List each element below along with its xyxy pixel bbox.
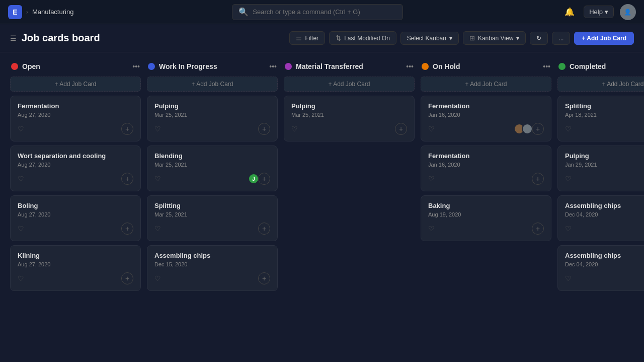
heart-icon[interactable]: ♡ <box>18 125 24 133</box>
table-row[interactable]: BlendingMar 25, 2021♡J+ <box>147 146 278 191</box>
search-bar[interactable]: 🔍 <box>232 4 403 20</box>
add-assignee-button[interactable]: + <box>258 123 270 135</box>
bell-icon[interactable]: 🔔 <box>561 4 578 20</box>
card-footer: ♡+ <box>18 173 133 185</box>
app-icon[interactable]: E <box>8 5 22 19</box>
page-header: ☰ Job cards board ⚌ Filter ⇅ Last Modifi… <box>0 24 644 52</box>
refresh-button[interactable]: ↻ <box>530 32 548 45</box>
breadcrumb[interactable]: Manufacturing <box>32 8 73 16</box>
heart-icon[interactable]: ♡ <box>154 175 161 183</box>
menu-icon[interactable]: ☰ <box>10 34 17 42</box>
avatar: J <box>248 173 259 184</box>
card-title: Pulping <box>291 102 407 110</box>
avatar <box>522 123 533 134</box>
heart-icon[interactable]: ♡ <box>565 225 572 233</box>
topnav-left: E › Manufacturing <box>8 5 73 19</box>
heart-icon[interactable]: ♡ <box>18 225 24 233</box>
card-date: Jan 29, 2021 <box>565 162 644 168</box>
kanban-view-button[interactable]: ⊞ Kanban View ▾ <box>463 31 526 45</box>
heart-icon[interactable]: ♡ <box>18 274 24 282</box>
heart-icon[interactable]: ♡ <box>154 125 161 133</box>
table-row[interactable]: FermentationAug 27, 2020♡+ <box>10 96 141 141</box>
add-card-button-wip[interactable]: + Add Job Card <box>147 77 278 92</box>
card-title: Pulping <box>565 152 644 160</box>
search-input[interactable] <box>253 8 396 16</box>
chevron-down-icon: ▾ <box>449 35 452 42</box>
card-date: Aug 19, 2020 <box>428 211 544 218</box>
table-row[interactable]: Assembling chipsDec 04, 2020♡+ <box>557 245 644 291</box>
heart-icon[interactable]: ♡ <box>154 274 161 282</box>
table-row[interactable]: Assembling chipsDec 15, 2020♡+ <box>147 245 278 291</box>
avatar[interactable]: 👤 <box>620 4 636 20</box>
add-assignee-button[interactable]: + <box>258 173 270 185</box>
column-title-wip: Work In Progress <box>159 62 217 70</box>
add-assignee-button[interactable]: + <box>121 223 133 235</box>
table-row[interactable]: FermentationJan 16, 2020♡+ <box>421 146 551 191</box>
card-date: Mar 25, 2021 <box>154 162 270 168</box>
add-card-button-onhold[interactable]: + Add Job Card <box>421 77 551 92</box>
card-date: Apr 18, 2021 <box>565 112 644 118</box>
card-date: Aug 27, 2020 <box>18 112 133 118</box>
more-button[interactable]: ... <box>552 32 570 45</box>
view-icon: ⊞ <box>469 34 475 42</box>
table-row[interactable]: PulpingMar 25, 2021♡+ <box>147 96 278 141</box>
heart-icon[interactable]: ♡ <box>565 125 572 133</box>
card-title: Assembling chips <box>565 252 644 259</box>
add-assignee-button[interactable]: + <box>532 123 544 135</box>
card-date: Aug 27, 2020 <box>18 211 133 218</box>
heart-icon[interactable]: ♡ <box>18 175 24 183</box>
column-onhold: On Hold•••+ Add Job CardFermentationJan … <box>421 60 551 354</box>
add-assignee-button[interactable]: + <box>532 223 544 235</box>
add-assignee-button[interactable]: + <box>258 223 270 235</box>
card-title: Blending <box>154 152 270 160</box>
heart-icon[interactable]: ♡ <box>428 125 435 133</box>
status-dot-material <box>285 63 292 70</box>
heart-icon[interactable]: ♡ <box>428 225 435 233</box>
add-assignee-button[interactable]: + <box>121 272 133 284</box>
column-header-wip: Work In Progress••• <box>147 60 278 73</box>
table-row[interactable]: PulpingJan 29, 2021♡+ <box>557 146 644 191</box>
card-footer: ♡+ <box>428 173 544 185</box>
add-assignee-button[interactable]: + <box>532 173 544 185</box>
add-assignee-button[interactable]: + <box>395 123 407 135</box>
card-date: Dec 04, 2020 <box>565 261 644 267</box>
add-card-button-completed[interactable]: + Add Job Card <box>557 77 644 92</box>
sort-button[interactable]: ⇅ Last Modified On <box>329 31 396 45</box>
add-card-button-material[interactable]: + Add Job Card <box>284 77 415 92</box>
card-footer: ♡+ <box>291 123 407 135</box>
table-row[interactable]: BolingAug 27, 2020♡+ <box>10 195 141 241</box>
heart-icon[interactable]: ♡ <box>291 125 298 133</box>
column-menu-wip[interactable]: ••• <box>269 62 277 70</box>
card-footer: ♡+ <box>18 272 133 284</box>
card-title: Splitting <box>565 102 644 110</box>
heart-icon[interactable]: ♡ <box>154 225 161 233</box>
card-footer: ♡+ <box>154 272 270 284</box>
table-row[interactable]: Wort separation and coolingAug 27, 2020♡… <box>10 146 141 191</box>
table-row[interactable]: PulpingMar 25, 2021♡+ <box>284 96 415 141</box>
table-row[interactable]: SplittingApr 18, 2021♡+ <box>557 96 644 141</box>
table-row[interactable]: SplittingMar 25, 2021♡+ <box>147 195 278 241</box>
table-row[interactable]: BakingAug 19, 2020♡+ <box>421 195 551 241</box>
kanban-select-button[interactable]: Select Kanban ▾ <box>400 32 459 45</box>
add-assignee-button[interactable]: + <box>121 123 133 135</box>
add-card-button-open[interactable]: + Add Job Card <box>10 77 141 92</box>
heart-icon[interactable]: ♡ <box>565 175 572 183</box>
help-button[interactable]: Help ▾ <box>584 6 614 18</box>
column-menu-onhold[interactable]: ••• <box>543 62 550 70</box>
column-menu-open[interactable]: ••• <box>132 62 140 70</box>
column-menu-material[interactable]: ••• <box>406 62 414 70</box>
filter-icon: ⚌ <box>296 34 302 42</box>
table-row[interactable]: KilningAug 27, 2020♡+ <box>10 245 141 291</box>
table-row[interactable]: FermentationJan 16, 2020♡+ <box>421 96 551 141</box>
add-job-card-button[interactable]: + Add Job Card <box>574 32 634 45</box>
card-footer: ♡+ <box>565 272 644 284</box>
heart-icon[interactable]: ♡ <box>565 274 572 282</box>
add-assignee-button[interactable]: + <box>258 272 270 284</box>
add-assignee-button[interactable]: + <box>121 173 133 185</box>
column-header-open: Open••• <box>10 60 141 73</box>
column-title-completed: Completed <box>570 62 606 70</box>
filter-button[interactable]: ⚌ Filter <box>289 31 325 45</box>
heart-icon[interactable]: ♡ <box>428 175 435 183</box>
table-row[interactable]: Assembling chipsDec 04, 2020♡+ <box>557 195 644 241</box>
card-date: Aug 27, 2020 <box>18 261 133 267</box>
